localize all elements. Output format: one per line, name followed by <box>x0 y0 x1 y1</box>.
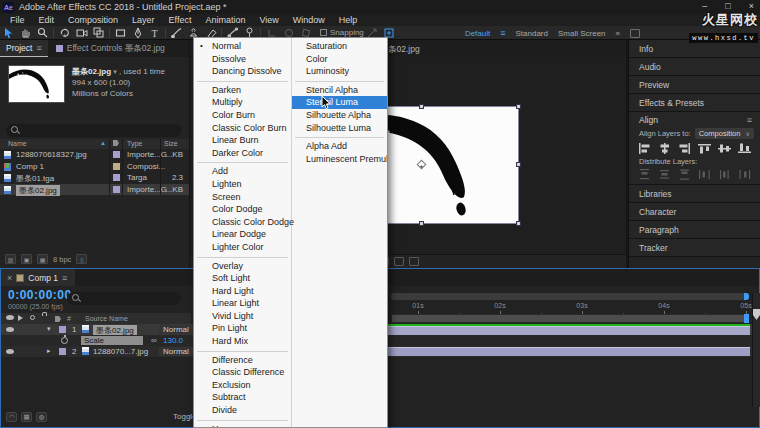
pen-tool[interactable] <box>129 26 146 39</box>
blend-mode-alpha-add[interactable]: Alpha Add <box>292 140 387 153</box>
label-column-icon[interactable] <box>113 140 119 146</box>
blend-mode-classic-difference[interactable]: Classic Difference <box>194 366 291 379</box>
align-right-icon[interactable] <box>678 143 691 154</box>
column-divider[interactable] <box>122 139 123 195</box>
workspace-search-icon[interactable] <box>630 29 640 38</box>
brush-tool[interactable] <box>168 26 185 39</box>
layer-visibility-icon[interactable] <box>6 327 14 332</box>
selection-handle[interactable] <box>419 221 424 226</box>
blend-mode-hard-mix[interactable]: Hard Mix <box>194 335 291 348</box>
blend-mode-hard-light[interactable]: Hard Light <box>194 285 291 298</box>
file-name[interactable]: 墨条02.jpg <box>16 185 60 196</box>
camera-tool[interactable] <box>73 26 90 39</box>
align-left-icon[interactable] <box>638 143 651 154</box>
blend-mode-exclusion[interactable]: Exclusion <box>194 379 291 392</box>
align-panel-title[interactable]: Align <box>639 115 658 125</box>
blend-mode-classic-color-burn[interactable]: Classic Color Burn <box>194 122 291 135</box>
selection-handle[interactable] <box>419 104 424 109</box>
sidebar-section-paragraph[interactable]: Paragraph <box>629 221 760 239</box>
workspace-default[interactable]: Default <box>465 29 490 38</box>
blend-mode-saturation[interactable]: Saturation <box>292 40 387 53</box>
sidebar-section-info[interactable]: Info <box>629 40 760 58</box>
frame-blend-toggle-icon[interactable]: ▦ <box>21 412 32 422</box>
file-name[interactable]: Comp 1 <box>16 162 44 171</box>
align-center-vertical-icon[interactable] <box>718 143 731 154</box>
workspace-overflow-button[interactable]: » <box>616 29 620 38</box>
layer-blend-mode-dropdown[interactable]: Normal <box>159 347 193 356</box>
selection-handle[interactable] <box>516 221 521 226</box>
shy-toggle-icon[interactable]: ◠ <box>6 412 17 422</box>
new-folder-icon[interactable]: ▣ <box>21 254 32 264</box>
menu-edit[interactable]: Edit <box>32 14 62 26</box>
sidebar-section-libraries[interactable]: Libraries <box>629 185 760 203</box>
expander-icon[interactable]: ▾ <box>47 325 51 333</box>
menu-help[interactable]: Help <box>332 14 365 26</box>
tab-effect-controls[interactable]: Effect Controls 墨条02.jpg <box>48 43 165 55</box>
blend-mode-vivid-light[interactable]: Vivid Light <box>194 310 291 323</box>
rotation-tool[interactable] <box>56 26 73 39</box>
sidebar-section-tracker[interactable]: Tracker <box>629 239 760 257</box>
distribute-left-icon[interactable] <box>698 169 711 180</box>
source-name-column[interactable]: Source Name <box>85 315 128 322</box>
sidebar-section-audio[interactable]: Audio <box>629 58 760 76</box>
solo-column-icon[interactable] <box>30 315 35 320</box>
property-name[interactable]: Scale <box>81 336 143 345</box>
minimize-button[interactable]: – <box>702 1 707 11</box>
pan-behind-tool[interactable] <box>90 26 107 39</box>
label-swatch[interactable] <box>113 186 120 193</box>
audio-column-icon[interactable] <box>18 315 23 321</box>
distribute-top-icon[interactable] <box>638 169 651 180</box>
blend-mode-silhouette-luma[interactable]: Silhouette Luma <box>292 122 387 135</box>
sidebar-section-effects-presets[interactable]: Effects & Presets <box>629 94 760 112</box>
blend-mode-pin-light[interactable]: Pin Light <box>194 322 291 335</box>
current-time-icon[interactable] <box>394 257 404 266</box>
column-type[interactable]: Type <box>127 140 142 147</box>
timeline-search-input[interactable] <box>67 292 181 305</box>
blend-mode-normal[interactable]: •Normal <box>194 40 291 53</box>
selection-tool[interactable] <box>0 26 17 39</box>
type-tool[interactable]: T <box>146 26 163 39</box>
workspace-standard[interactable]: Standard <box>516 29 548 38</box>
blend-mode-dissolve[interactable]: Dissolve <box>194 53 291 66</box>
expander-icon[interactable]: ▸ <box>47 347 51 355</box>
close-button[interactable]: × <box>749 1 754 11</box>
menu-animation[interactable]: Animation <box>198 14 252 26</box>
file-name[interactable]: 墨条01.tga <box>16 173 54 184</box>
snapshot-icon[interactable] <box>409 257 419 266</box>
blend-mode-stencil-alpha[interactable]: Stencil Alpha <box>292 84 387 97</box>
time-navigator[interactable] <box>391 293 749 300</box>
menu-layer[interactable]: Layer <box>125 14 162 26</box>
blend-mode-add[interactable]: Add <box>194 165 291 178</box>
menu-file[interactable]: File <box>3 14 32 26</box>
sidebar-section-character[interactable]: Character <box>629 203 760 221</box>
blend-mode-difference[interactable]: Difference <box>194 354 291 367</box>
project-bit-depth[interactable]: 8 bpc <box>53 255 71 264</box>
work-area-bar[interactable] <box>391 314 749 323</box>
column-size[interactable]: Size <box>164 140 178 147</box>
rectangle-tool[interactable] <box>112 26 129 39</box>
layer-duration-bar-2[interactable] <box>337 347 750 356</box>
layer-visibility-icon[interactable] <box>6 349 14 354</box>
blend-mode-screen[interactable]: Screen <box>194 191 291 204</box>
distribute-right-icon[interactable] <box>738 169 751 180</box>
layer-blend-mode-dropdown[interactable]: Normal <box>159 325 193 334</box>
hand-tool[interactable] <box>17 26 34 39</box>
blend-mode-color[interactable]: Color <box>292 53 387 66</box>
distribute-bottom-icon[interactable] <box>678 169 691 180</box>
column-divider[interactable] <box>160 139 161 195</box>
workspace-menu-icon[interactable]: ≡ <box>500 28 505 38</box>
blend-mode-soft-light[interactable]: Soft Light <box>194 272 291 285</box>
blend-mode-color-burn[interactable]: Color Burn <box>194 109 291 122</box>
menu-window[interactable]: Window <box>286 14 332 26</box>
link-dimensions-icon[interactable]: ∞ <box>151 336 157 345</box>
snapping-toggle[interactable]: Snapping <box>320 28 364 37</box>
blend-mode-linear-light[interactable]: Linear Light <box>194 297 291 310</box>
blend-mode-divide[interactable]: Divide <box>194 404 291 417</box>
sidebar-section-preview[interactable]: Preview <box>629 76 760 94</box>
blend-mode-darker-color[interactable]: Darker Color <box>194 147 291 160</box>
blend-mode-subtract[interactable]: Subtract <box>194 391 291 404</box>
footage-dropdown-icon[interactable]: ▾ <box>113 68 117 75</box>
blend-mode-hue[interactable]: Hue <box>194 423 291 428</box>
label-column-icon[interactable] <box>55 316 61 322</box>
timecode[interactable]: 0:00:00:00 <box>8 288 72 302</box>
